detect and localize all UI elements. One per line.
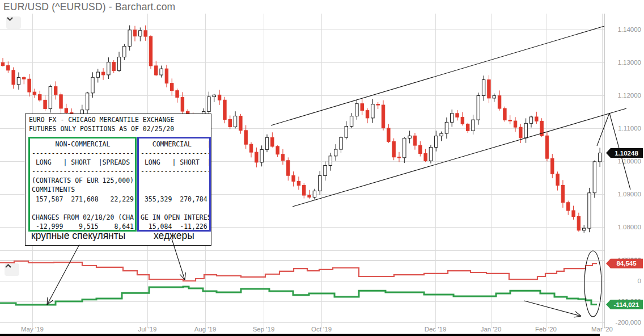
candle-body	[456, 114, 459, 117]
candle-body	[524, 123, 527, 138]
candle-body	[181, 98, 184, 111]
cot-report-header: EURO FX - CHICAGO MERCANTILE EXCHANGE FU…	[29, 116, 174, 133]
candle-body	[440, 133, 443, 136]
candle-body	[239, 116, 242, 130]
candle-body	[345, 127, 348, 138]
candle-body	[28, 79, 31, 92]
month-axis-label: Oct '19	[311, 326, 332, 333]
candle-body	[44, 100, 46, 108]
candle-body	[424, 154, 427, 161]
candle-body	[488, 80, 490, 98]
price-axis-label: 1.13000	[617, 59, 641, 66]
candle-body	[509, 120, 511, 121]
candle-body	[1, 62, 4, 65]
month-axis-label: Jan '20	[481, 326, 502, 333]
candle-body	[276, 146, 279, 154]
candle-body	[324, 165, 327, 175]
candle-body	[139, 31, 142, 36]
candle-body	[482, 80, 485, 96]
candle-body	[128, 30, 131, 47]
commercial-table-text: COMMERCIAL | ------------------ LONG | S…	[139, 138, 209, 231]
candle-body	[287, 161, 290, 175]
collapse-cot-panel-button[interactable]	[5, 263, 19, 276]
candle-body	[445, 122, 448, 133]
candle-body	[387, 128, 390, 142]
candle-body	[493, 96, 495, 98]
candle-body	[265, 137, 268, 149]
candle-body	[477, 95, 480, 120]
candle-body	[255, 152, 258, 162]
current-price-tag: 1.10248	[606, 148, 643, 158]
cot-speculators-line	[0, 287, 597, 305]
svg-text:-114,021: -114,021	[614, 301, 639, 308]
candle-body	[329, 156, 332, 166]
candle-body	[577, 216, 580, 230]
candle-body	[91, 77, 94, 93]
candle-body	[498, 96, 501, 108]
collapse-price-panel-button[interactable]	[6, 16, 21, 29]
candle-body	[545, 136, 548, 158]
candle-body	[340, 137, 342, 149]
candle-body	[382, 105, 384, 128]
candle-body	[207, 97, 210, 112]
candle-body	[397, 157, 400, 158]
candle-body	[461, 117, 464, 124]
candle-body	[292, 175, 295, 181]
candle-body	[176, 91, 179, 98]
price-axis-label: 1.09000	[617, 191, 641, 198]
cot-axis-label: 0	[638, 278, 641, 284]
price-axis-label: 1.11000	[618, 125, 641, 132]
candle-body	[107, 62, 110, 75]
candle-body	[101, 72, 104, 75]
candle-body	[466, 124, 469, 131]
candle-body	[228, 119, 231, 127]
candle-body	[234, 116, 236, 127]
price-axis-label: 1.12000	[617, 92, 641, 99]
candle-body	[572, 211, 575, 216]
candle-body	[376, 104, 379, 106]
candle-body	[355, 104, 358, 116]
candle-body	[334, 149, 337, 156]
candle-body	[112, 62, 115, 71]
candle-body	[535, 117, 538, 121]
candle-body	[551, 158, 554, 174]
candle-body	[23, 78, 26, 79]
candle-body	[17, 78, 20, 85]
price-axis-label: 1.14000	[617, 26, 641, 33]
non-commercial-table-text: NON-COMMERCIAL -------------------------…	[30, 138, 135, 231]
candle-body	[39, 95, 41, 100]
candle-body	[144, 31, 147, 36]
candle-body	[123, 46, 126, 57]
candle-body	[86, 93, 88, 110]
speculators-label: крупные спекулянты	[31, 230, 125, 242]
candle-body	[366, 111, 368, 118]
svg-text:84,545: 84,545	[616, 260, 637, 267]
candle-body	[556, 174, 559, 185]
cot-axis-label: -200,000	[616, 319, 641, 326]
candle-body	[7, 66, 10, 70]
candle-body	[419, 145, 422, 153]
candle-body	[435, 136, 438, 148]
candle-body	[319, 176, 321, 191]
candle-body	[297, 181, 300, 185]
month-axis-label: Feb '20	[535, 326, 557, 333]
candle-body	[49, 87, 52, 109]
page-title: EUR/USD (^EURUSD) - Barchart.com	[3, 1, 175, 13]
month-axis-label: Aug '19	[194, 326, 217, 333]
commercial-table: COMMERCIAL | ------------------ LONG | S…	[137, 137, 211, 232]
candle-body	[12, 70, 15, 85]
candle-body	[519, 127, 522, 138]
candle-body	[529, 117, 532, 123]
cot-report-overlay: EURO FX - CHICAGO MERCANTILE EXCHANGE FU…	[25, 114, 211, 246]
candle-body	[165, 69, 168, 83]
candle-body	[451, 114, 454, 123]
candle-body	[408, 136, 411, 138]
candle-body	[260, 149, 263, 162]
price-axis-label: 1.08000	[617, 224, 641, 230]
candle-body	[155, 66, 158, 75]
month-axis-label: Dec '19	[425, 326, 447, 333]
candle-body	[567, 203, 570, 211]
candle-body	[361, 104, 363, 111]
lower-channel-line	[293, 108, 626, 207]
candle-body	[593, 162, 596, 193]
